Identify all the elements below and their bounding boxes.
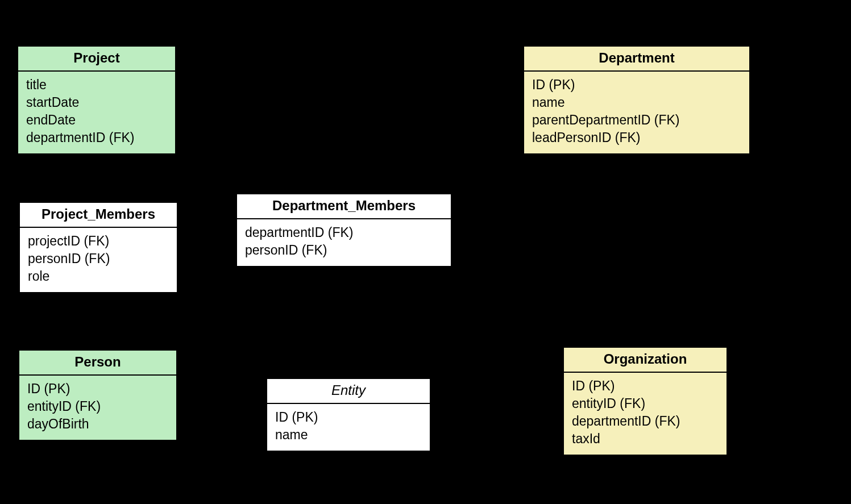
attr: personID (FK) — [28, 250, 169, 268]
er-diagram-canvas: Project title startDate endDate departme… — [0, 0, 851, 504]
entity-attributes: ID (PK) entityID (FK) departmentID (FK) … — [564, 373, 727, 455]
attr: dayOfBirth — [27, 415, 168, 433]
attr: startDate — [26, 94, 167, 111]
attr: projectID (FK) — [28, 232, 169, 250]
entity-attributes: departmentID (FK) personID (FK) — [237, 219, 451, 266]
entity-person: Person ID (PK) entityID (FK) dayOfBirth — [18, 349, 177, 441]
entity-attributes: title startDate endDate departmentID (FK… — [18, 72, 175, 153]
entity-attributes: ID (PK) name parentDepartmentID (FK) lea… — [524, 72, 749, 153]
attr: entityID (FK) — [27, 398, 168, 415]
attr: ID (PK) — [532, 76, 741, 94]
entity-title: Entity — [267, 379, 430, 404]
entity-title: Person — [19, 351, 176, 376]
attr: departmentID (FK) — [26, 129, 167, 147]
entity-entity: Entity ID (PK) name — [266, 378, 431, 452]
entity-project-members: Project_Members projectID (FK) personID … — [19, 202, 178, 293]
attr: name — [532, 94, 741, 111]
entity-title: Department — [524, 47, 749, 72]
attr: endDate — [26, 111, 167, 129]
attr: departmentID (FK) — [572, 413, 719, 430]
entity-title: Project — [18, 47, 175, 72]
entity-organization: Organization ID (PK) entityID (FK) depar… — [563, 347, 728, 456]
entity-department: Department ID (PK) name parentDepartment… — [523, 45, 750, 155]
attr: personID (FK) — [245, 241, 443, 259]
attr: leadPersonID (FK) — [532, 129, 741, 147]
entity-attributes: ID (PK) entityID (FK) dayOfBirth — [19, 376, 176, 440]
attr: ID (PK) — [572, 377, 719, 395]
attr: name — [275, 426, 422, 444]
entity-title: Department_Members — [237, 194, 451, 219]
attr: title — [26, 76, 167, 94]
attr: role — [28, 268, 169, 285]
entity-attributes: projectID (FK) personID (FK) role — [20, 228, 177, 292]
attr: entityID (FK) — [572, 395, 719, 413]
attr: taxId — [572, 430, 719, 448]
attr: parentDepartmentID (FK) — [532, 111, 741, 129]
attr: ID (PK) — [27, 380, 168, 398]
entity-project: Project title startDate endDate departme… — [17, 45, 176, 155]
attr: departmentID (FK) — [245, 224, 443, 241]
attr: ID (PK) — [275, 409, 422, 426]
entity-department-members: Department_Members departmentID (FK) per… — [236, 193, 452, 267]
entity-title: Project_Members — [20, 203, 177, 228]
entity-attributes: ID (PK) name — [267, 404, 430, 451]
entity-title: Organization — [564, 348, 727, 373]
